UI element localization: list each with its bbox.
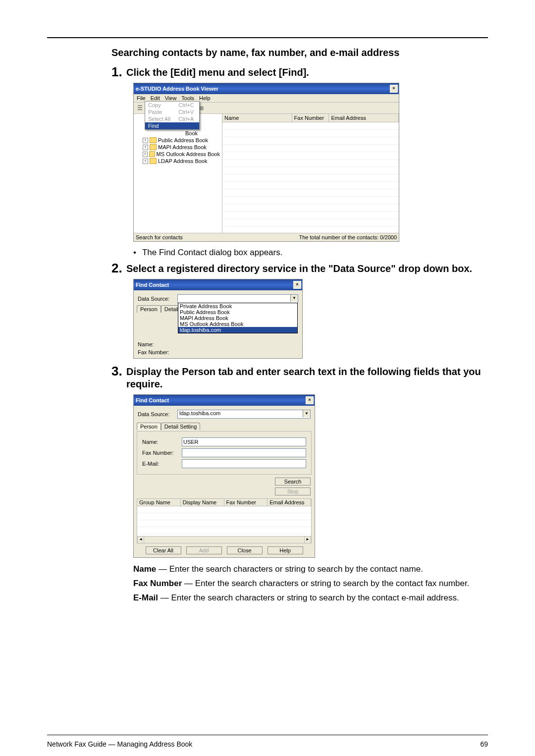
- step-1-bullet: The Find Contact dialog box appears.: [133, 248, 488, 258]
- option-msoutlook[interactable]: MS Outlook Address Book: [178, 321, 297, 327]
- horizontal-scrollbar[interactable]: ◄ ►: [137, 537, 312, 543]
- option-public[interactable]: Public Address Book: [178, 309, 297, 315]
- data-source-label: Data Source:: [138, 411, 177, 417]
- step-1-text: Click the [Edit] menu and select [Find].: [126, 65, 309, 79]
- help-button[interactable]: Help: [268, 546, 303, 554]
- def-name: Name — Enter the search characters or st…: [133, 564, 488, 575]
- menu-find[interactable]: Find: [145, 122, 175, 129]
- window-title: Find Contact: [136, 397, 169, 403]
- col-group[interactable]: Group Name: [137, 499, 181, 506]
- col-name[interactable]: Name: [222, 114, 292, 122]
- col-display[interactable]: Display Name: [181, 499, 224, 506]
- data-source-options[interactable]: Private Address Book Public Address Book…: [178, 303, 298, 333]
- menu-edit[interactable]: Edit: [151, 95, 160, 101]
- data-source-select[interactable]: ▼ Private Address Book Public Address Bo…: [177, 294, 298, 303]
- menu-view[interactable]: View: [165, 95, 177, 101]
- chevron-down-icon[interactable]: ▼: [303, 410, 310, 417]
- window-title: e-STUDIO Address Book Viewer: [136, 86, 218, 92]
- name-input[interactable]: [182, 437, 306, 446]
- titlebar: Find Contact ×: [134, 395, 315, 406]
- step-2-number: 2.: [111, 262, 123, 274]
- step-3-number: 3.: [111, 365, 123, 378]
- step-1: 1. Click the [Edit] menu and select [Fin…: [111, 65, 488, 79]
- tree-msoutlook[interactable]: MS Outlook Address Book: [157, 151, 220, 157]
- menu-paste: Paste: [145, 108, 175, 115]
- addressbook-viewer-window: e-STUDIO Address Book Viewer × File Edit…: [133, 83, 399, 242]
- footer-left: Network Fax Guide — Managing Address Boo…: [47, 740, 192, 748]
- fax-label: Fax Number:: [138, 349, 177, 355]
- titlebar: Find Contact ×: [134, 279, 302, 290]
- status-left: Search for contacts: [136, 234, 183, 240]
- tree-mapi[interactable]: MAPI Address Book: [158, 144, 207, 150]
- window-title: Find Contact: [136, 282, 169, 288]
- menu-select-all: Select All: [145, 115, 175, 122]
- fax-input[interactable]: [182, 448, 306, 457]
- fax-label: Fax Number:: [142, 450, 182, 456]
- email-input[interactable]: [182, 459, 306, 468]
- find-contact-dialog-small: Find Contact × Data Source: ▼ Private Ad…: [133, 279, 303, 359]
- clear-all-button[interactable]: Clear All: [146, 546, 181, 554]
- tree-public[interactable]: Public Address Book: [158, 137, 208, 143]
- person-tab-panel: Name: Fax Number: E-Mail:: [137, 431, 312, 475]
- def-email: E-Mail — Enter the search characters or …: [133, 593, 488, 604]
- email-label: E-Mail:: [142, 461, 182, 467]
- name-label: Name:: [138, 341, 177, 347]
- contacts-list: Name Fax Number Email Address: [222, 114, 399, 233]
- step-2: 2. Select a registered directory service…: [111, 262, 488, 275]
- data-source-select[interactable]: ldap.toshiba.com ▼: [177, 410, 311, 419]
- def-fax: Fax Number — Enter the search characters…: [133, 578, 488, 590]
- scroll-right-icon[interactable]: ►: [304, 537, 311, 543]
- edit-dropdown: CopyCtrl+C PasteCtrl+V Select AllCtrl+A …: [145, 101, 200, 130]
- close-button[interactable]: Close: [227, 546, 263, 554]
- tab-person[interactable]: Person: [137, 305, 161, 313]
- close-icon[interactable]: ×: [293, 281, 301, 289]
- section-title: Searching contacts by name, fax number, …: [111, 47, 488, 58]
- results-header: Group Name Display Name Fax Number Email…: [137, 498, 312, 506]
- menu-copy: Copy: [145, 102, 175, 108]
- tab-detail[interactable]: Detail Setting: [161, 423, 200, 430]
- option-mapi[interactable]: MAPI Address Book: [178, 315, 297, 321]
- menu-help[interactable]: Help: [199, 95, 211, 101]
- stop-button: Stop: [275, 487, 311, 495]
- col-fax[interactable]: Fax Number: [292, 114, 329, 122]
- col-email[interactable]: Email Address: [329, 114, 399, 122]
- titlebar: e-STUDIO Address Book Viewer ×: [134, 83, 399, 94]
- results-list: [137, 506, 312, 537]
- page-footer: Network Fax Guide — Managing Address Boo…: [47, 735, 488, 748]
- chevron-down-icon[interactable]: ▼: [290, 295, 298, 302]
- name-label: Name:: [142, 439, 182, 445]
- step-3: 3. Display the Person tab and enter sear…: [111, 365, 488, 390]
- scroll-left-icon[interactable]: ◄: [137, 537, 144, 543]
- data-source-label: Data Source:: [138, 296, 177, 302]
- status-right: The total number of the contacts: 0/2000: [299, 234, 397, 240]
- col-fax[interactable]: Fax Number: [224, 499, 268, 506]
- close-icon[interactable]: ×: [390, 85, 398, 93]
- menu-file[interactable]: File: [137, 95, 146, 101]
- option-private[interactable]: Private Address Book: [178, 303, 297, 309]
- search-button[interactable]: Search: [275, 478, 311, 486]
- top-rule: [47, 37, 488, 38]
- close-icon[interactable]: ×: [306, 396, 314, 404]
- col-email[interactable]: Email Address: [268, 499, 311, 506]
- step-3-text: Display the Person tab and enter search …: [126, 365, 488, 390]
- option-ldap[interactable]: ldap.toshiba.com: [178, 327, 297, 333]
- step-1-number: 1.: [111, 65, 123, 78]
- find-contact-dialog-full: Find Contact × Data Source: ldap.toshiba…: [133, 394, 315, 558]
- footer-page-number: 69: [480, 740, 488, 748]
- menu-tools[interactable]: Tools: [181, 95, 194, 101]
- new-icon[interactable]: ☰: [135, 104, 144, 112]
- tree-ldap[interactable]: LDAP Address Book: [158, 158, 207, 164]
- add-button: Add: [186, 546, 222, 554]
- address-book-tree[interactable]: -. ook Book +Public Address Book +MAPI A…: [134, 114, 222, 233]
- step-2-text: Select a registered directory service in…: [126, 262, 472, 275]
- tab-person[interactable]: Person: [137, 423, 161, 430]
